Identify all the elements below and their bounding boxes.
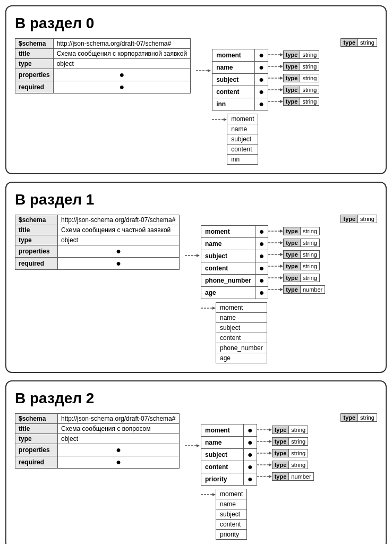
top-type-row: type string xyxy=(185,215,377,223)
prop-dot: ● xyxy=(244,424,257,437)
type-value: string xyxy=(300,51,319,58)
connector-svg-1 xyxy=(268,239,283,246)
prop-key: name xyxy=(201,238,255,250)
required-list-table: momentnamesubjectcontentphone_numberage xyxy=(216,302,267,363)
properties-key-cell: properties xyxy=(15,69,54,81)
prop-key: name xyxy=(212,62,255,74)
prop-row: priority ● xyxy=(201,473,257,486)
prop-key: name xyxy=(201,437,244,449)
section-card: В раздел 2 $schema http://json-schema.or… xyxy=(5,380,387,544)
prop-key: subject xyxy=(201,250,255,262)
required-row: moment xyxy=(216,489,247,499)
required-row: moment xyxy=(216,303,267,313)
required-row: inn xyxy=(227,155,258,165)
arrow-required-svg xyxy=(212,116,227,123)
top-type-row: type string xyxy=(196,38,377,47)
connector-row-5: type number xyxy=(268,284,325,295)
schema-url-cell: http://json-schema.org/draft-07/schema# xyxy=(58,414,180,424)
type-label: type xyxy=(284,227,301,235)
type-value: string xyxy=(301,262,319,270)
required-item: moment xyxy=(216,489,247,499)
type-val-cell: object xyxy=(53,59,190,69)
type-value: string xyxy=(289,461,308,469)
arrow-svg xyxy=(196,67,211,74)
schema-row: $schema http://json-schema.org/draft-07/… xyxy=(15,215,180,225)
connector-row-3: type string xyxy=(268,260,325,272)
type-badge: type string xyxy=(283,239,320,247)
type-badge: type string xyxy=(283,227,320,235)
connectors-col: type string type string xyxy=(257,424,314,482)
prop-dot: ● xyxy=(244,449,257,461)
required-row: subject xyxy=(227,134,258,144)
required-item: moment xyxy=(227,114,258,124)
required-item: content xyxy=(216,520,247,530)
type-badge: type number xyxy=(272,472,314,481)
prop-dot: ● xyxy=(255,98,268,110)
connector-svg-4 xyxy=(268,98,283,105)
prop-key: inn xyxy=(212,98,255,110)
type-badge: type number xyxy=(283,285,325,294)
connector-row-2: type string xyxy=(257,447,314,459)
type-label: type xyxy=(284,51,301,58)
props-types-area: moment ● name ● subject ● content ● inn … xyxy=(196,49,377,110)
required-item: phone_number xyxy=(216,343,267,353)
required-dot-cell: ● xyxy=(58,456,180,469)
type-badge: type string xyxy=(283,262,320,270)
svg-marker-15 xyxy=(197,254,200,257)
title-row: title Схема сообщения с частной заявкой xyxy=(15,225,180,235)
required-item: content xyxy=(227,144,258,155)
type-value: string xyxy=(300,63,319,70)
type-label: type xyxy=(272,426,289,434)
type-label: type xyxy=(272,438,289,445)
properties-key-cell: properties xyxy=(15,444,58,456)
required-item: subject xyxy=(216,323,267,333)
required-row: name xyxy=(216,313,267,323)
connector-svg-3 xyxy=(268,86,283,94)
top-type-row: type string xyxy=(185,413,377,422)
prop-row: phone_number ● xyxy=(201,275,268,287)
connector-row-3: type string xyxy=(257,459,314,471)
prop-dot: ● xyxy=(255,238,268,250)
arrow-svg xyxy=(185,442,200,449)
prop-key: subject xyxy=(201,449,244,461)
required-row: phone_number xyxy=(216,343,267,353)
type-badge: type string xyxy=(340,38,377,47)
type-value: string xyxy=(301,227,319,235)
required-item: name xyxy=(227,124,258,134)
type-label: type xyxy=(284,251,301,258)
type-value: string xyxy=(358,39,377,46)
type-value: string xyxy=(358,215,377,223)
section-card: В раздел 1 $schema http://json-schema.or… xyxy=(5,182,387,373)
type-badge: type string xyxy=(340,413,377,422)
schema-key-cell: $schema xyxy=(15,215,58,225)
prop-row: content ● xyxy=(201,262,268,275)
required-item: moment xyxy=(216,303,267,313)
schema-table: $schema http://json-schema.org/draft-07/… xyxy=(15,38,191,94)
prop-dot: ● xyxy=(255,262,268,275)
type-label: type xyxy=(284,239,301,246)
prop-key: content xyxy=(201,262,255,275)
type-badge: type string xyxy=(283,274,320,282)
connectors-col: type string type string xyxy=(268,49,320,107)
connector-svg-2 xyxy=(257,449,272,457)
prop-row: age ● xyxy=(201,287,268,299)
required-area: momentnamesubjectcontentphone_numberage xyxy=(201,302,377,363)
type-value: number xyxy=(301,286,325,293)
arrow-to-props xyxy=(185,252,200,259)
props-types-area: moment ● name ● subject ● content ● phon… xyxy=(185,225,377,299)
right-diagram: type string moment ● xyxy=(196,38,377,165)
connector-row-4: type number xyxy=(257,471,314,482)
right-diagram: type string moment ● xyxy=(185,413,377,540)
type-badge: type string xyxy=(272,426,309,434)
connector-svg-0 xyxy=(257,426,272,434)
section-title: В раздел 2 xyxy=(15,390,377,407)
prop-dot: ● xyxy=(255,275,268,287)
type-label: type xyxy=(284,262,301,270)
properties-key-cell: properties xyxy=(15,245,58,258)
title-key-cell: title xyxy=(15,49,54,59)
type-value: string xyxy=(301,251,319,258)
schema-table-col: $schema http://json-schema.org/draft-07/… xyxy=(15,413,180,469)
type-badge: type string xyxy=(283,74,320,82)
connector-svg-1 xyxy=(268,63,283,70)
type-label: type xyxy=(284,274,301,282)
